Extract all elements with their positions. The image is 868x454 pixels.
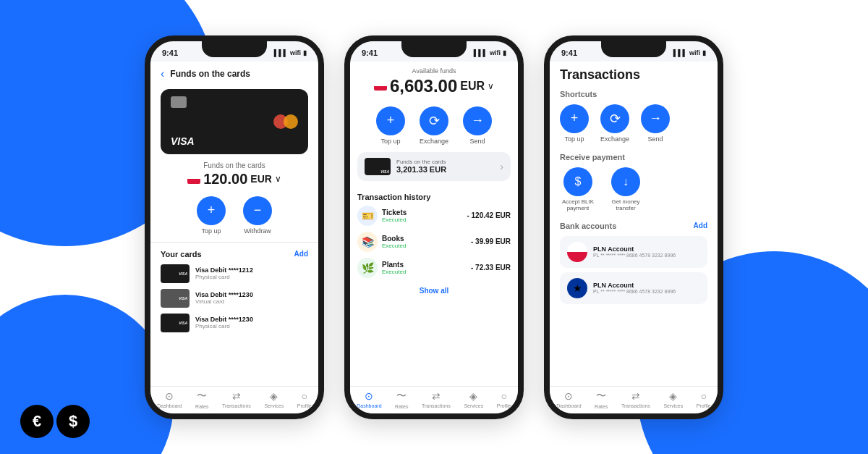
phone-3-notch [601, 41, 666, 57]
p2-card-label: Funds on the cards [396, 159, 446, 165]
phone-1-time: 9:41 [162, 49, 178, 57]
p2-nav-services-label: Services [464, 403, 483, 408]
nav-rates[interactable]: 〜 Rates [195, 390, 208, 409]
card-item-2[interactable]: VISA Visa Debit ****1230 Virtual card [161, 289, 308, 308]
p2-transactions-icon: ⇄ [432, 390, 441, 402]
p2-amount: 6,603.00 [390, 76, 457, 96]
p2-send-button[interactable]: → Send [463, 106, 492, 145]
p3-rates-icon: 〜 [596, 390, 606, 403]
signal-icon: ▌▌▌ [673, 49, 687, 56]
p3-main-content: Transactions Shortcuts + Top up ⟳ Exchan… [550, 62, 718, 386]
trans-status-2: Executed [382, 243, 406, 249]
p2-nav-dashboard[interactable]: ⊙ Dashboard [357, 390, 381, 408]
phone-2-status-icons: ▌▌▌ wifi ▮ [474, 49, 506, 56]
p2-send-icon: → [463, 106, 492, 135]
card-actions: + Top up − Withdraw [150, 196, 318, 235]
show-all-button[interactable]: Show all [357, 284, 511, 298]
p2-top-up-button[interactable]: + Top up [376, 106, 405, 145]
p2-nav-services[interactable]: ◈ Services [464, 390, 483, 408]
p2-nav-transactions[interactable]: ⇄ Transactions [422, 390, 451, 408]
card-name-2: Visa Debit ****1230 [195, 291, 253, 298]
bank-account-2[interactable]: ★ PLN Account PL ** ***** **** 8686 4578… [560, 272, 707, 304]
p3-nav-rates[interactable]: 〜 Rates [595, 390, 608, 409]
p3-nav-dashboard[interactable]: ⊙ Dashboard [556, 390, 581, 408]
p2-nav-rates[interactable]: 〜 Rates [395, 390, 408, 409]
blik-icon: $ [563, 167, 592, 196]
p3-send-button[interactable]: → Send [641, 104, 670, 143]
p2-nav-transactions-label: Transactions [422, 403, 451, 408]
wifi-icon: wifi [290, 49, 301, 56]
p3-transactions-icon: ⇄ [631, 390, 640, 402]
transactions-icon: ⇄ [232, 390, 241, 402]
card-item-1[interactable]: VISA Visa Debit ****1212 Physical card [161, 264, 308, 283]
nav-profile-label: Profile [297, 403, 312, 408]
cards-header: Your cards Add [161, 250, 308, 258]
p3-nav-services[interactable]: ◈ Services [663, 390, 683, 408]
p3-profile-icon: ○ [700, 390, 706, 402]
card-circle-orange [284, 114, 298, 129]
nav-dashboard[interactable]: ⊙ Dashboard [157, 390, 182, 408]
battery-icon: ▮ [503, 49, 506, 56]
p2-chevron: ∨ [488, 81, 494, 91]
your-cards-section: Your cards Add VISA Visa Debit ****1212 … [150, 243, 318, 386]
funds-amount: 120.00 [203, 171, 247, 188]
signal-icon: ▌▌▌ [274, 49, 288, 56]
nav-profile[interactable]: ○ Profile [297, 390, 312, 408]
phone-1-notch [202, 41, 267, 57]
withdraw-button[interactable]: − Withdraw [243, 196, 272, 235]
phone-2-header: Available funds 6,603.00 EUR ∨ [350, 62, 518, 106]
bank-name-2: PLN Account [593, 282, 676, 289]
p3-nav-profile[interactable]: ○ Profile [697, 390, 711, 408]
p3-nav-transactions[interactable]: ⇄ Transactions [621, 390, 650, 408]
phones-container: 9:41 ▌▌▌ wifi ▮ ‹ Funds on the cards [0, 0, 868, 454]
p2-card-info: Funds on the cards 3,201.33 EUR [396, 159, 446, 174]
transaction-history: Transaction history 🎫 Tickets Executed -… [350, 187, 518, 386]
trans-item-3[interactable]: 🌿 Plants Executed - 72.33 EUR [357, 258, 511, 278]
mini-card-3: VISA [161, 314, 190, 332]
nav-transactions[interactable]: ⇄ Transactions [222, 390, 251, 408]
p3-top-up-button[interactable]: + Top up [560, 104, 589, 143]
mini-card-2: VISA [161, 289, 190, 308]
trans-icon-tickets: 🎫 [357, 206, 378, 226]
p2-nav-profile[interactable]: ○ Profile [497, 390, 511, 408]
get-money-transfer-button[interactable]: ↓ Get money transfer [608, 167, 644, 211]
p2-exchange-button[interactable]: ⟳ Exchange [420, 106, 448, 145]
phone-3-time: 9:41 [561, 49, 577, 57]
transfer-icon: ↓ [611, 167, 640, 196]
trans-amount-1: - 120.42 EUR [467, 211, 511, 219]
phone-2-screen: Available funds 6,603.00 EUR ∨ + [350, 62, 518, 386]
bank-account-1[interactable]: PLN Account PL ** ***** **** 8686 4578 3… [560, 236, 707, 268]
trans-name-3: Plants [382, 261, 406, 269]
card-item-3[interactable]: VISA Visa Debit ****1230 Physical card [161, 314, 308, 332]
p2-card-box[interactable]: VISA Funds on the cards 3,201.33 EUR › [357, 152, 511, 181]
funds-on-cards-label: Funds on the cards [150, 161, 318, 169]
add-card-button[interactable]: Add [294, 250, 308, 258]
card-brand-circles [273, 114, 298, 129]
p2-exchange-label: Exchange [420, 138, 448, 145]
p2-mini-card: VISA [365, 158, 391, 175]
p2-nav-profile-label: Profile [497, 403, 511, 408]
wifi-icon: wifi [689, 49, 700, 56]
phone-1-status-icons: ▌▌▌ wifi ▮ [274, 49, 307, 56]
accept-blik-button[interactable]: $ Accept BLIK payment [560, 167, 596, 211]
p2-pl-flag [374, 81, 387, 91]
p2-exchange-icon: ⟳ [420, 106, 448, 135]
currency-chevron: ∨ [275, 174, 281, 184]
p3-exchange-button[interactable]: ⟳ Exchange [600, 104, 629, 143]
add-bank-button[interactable]: Add [694, 222, 707, 230]
trans-item-1[interactable]: 🎫 Tickets Executed - 120.42 EUR [357, 206, 511, 226]
eu-flag: ★ [567, 278, 587, 298]
nav-rates-label: Rates [195, 404, 208, 409]
phone-3-status-icons: ▌▌▌ wifi ▮ [673, 49, 706, 56]
trans-name-2: Books [382, 235, 406, 243]
card-info-1: Visa Debit ****1212 Physical card [195, 266, 253, 280]
funds-amount-row: 120.00 EUR ∨ [150, 171, 318, 188]
profile-icon: ○ [301, 390, 307, 402]
p3-nav-transactions-label: Transactions [621, 403, 650, 408]
pl-flag [187, 175, 200, 184]
back-button[interactable]: ‹ [161, 67, 164, 80]
trans-item-2[interactable]: 📚 Books Executed - 39.99 EUR [357, 232, 511, 252]
top-up-button[interactable]: + Top up [197, 196, 226, 235]
nav-services[interactable]: ◈ Services [264, 390, 284, 408]
top-up-icon: + [197, 196, 226, 225]
